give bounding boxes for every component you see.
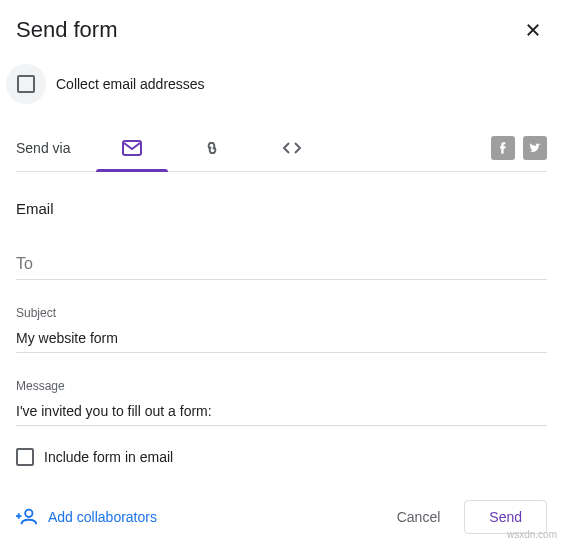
include-form-label: Include form in email — [44, 449, 173, 465]
title-row: Send form — [16, 16, 547, 44]
message-input[interactable] — [16, 395, 547, 426]
embed-icon — [280, 136, 304, 160]
facebook-icon — [496, 141, 510, 155]
send-via-row: Send via — [16, 124, 547, 172]
link-icon — [200, 136, 224, 160]
tab-embed[interactable] — [252, 124, 332, 172]
share-facebook-button[interactable] — [491, 136, 515, 160]
send-form-dialog: Send form Collect email addresses Send v… — [0, 0, 563, 544]
twitter-icon — [528, 141, 542, 155]
subject-input[interactable] — [16, 322, 547, 353]
footer-row: Add collaborators Cancel Send — [16, 500, 547, 534]
include-form-checkbox[interactable] — [16, 448, 34, 466]
to-input[interactable] — [16, 247, 547, 280]
close-icon — [524, 21, 542, 39]
subject-label: Subject — [16, 306, 547, 320]
mail-icon — [120, 136, 144, 160]
cancel-button[interactable]: Cancel — [383, 501, 455, 533]
tab-link[interactable] — [172, 124, 252, 172]
subject-field: Subject — [16, 306, 547, 353]
close-button[interactable] — [519, 16, 547, 44]
watermark: wsxdn.com — [507, 529, 557, 540]
to-field — [16, 247, 547, 280]
add-collaborators-button[interactable]: Add collaborators — [16, 506, 157, 528]
svg-point-1 — [25, 510, 32, 517]
checkbox-icon — [17, 75, 35, 93]
share-twitter-button[interactable] — [523, 136, 547, 160]
add-collaborators-label: Add collaborators — [48, 509, 157, 525]
collect-email-row: Collect email addresses — [16, 64, 547, 104]
social-share — [491, 136, 547, 160]
add-people-icon — [16, 506, 38, 528]
tab-email[interactable] — [92, 124, 172, 172]
send-via-label: Send via — [16, 140, 70, 156]
collect-email-label: Collect email addresses — [56, 76, 205, 92]
email-section-title: Email — [16, 200, 547, 217]
include-form-row: Include form in email — [16, 448, 547, 466]
dialog-title: Send form — [16, 17, 118, 43]
collect-email-checkbox[interactable] — [6, 64, 46, 104]
message-field: Message — [16, 379, 547, 426]
message-label: Message — [16, 379, 547, 393]
